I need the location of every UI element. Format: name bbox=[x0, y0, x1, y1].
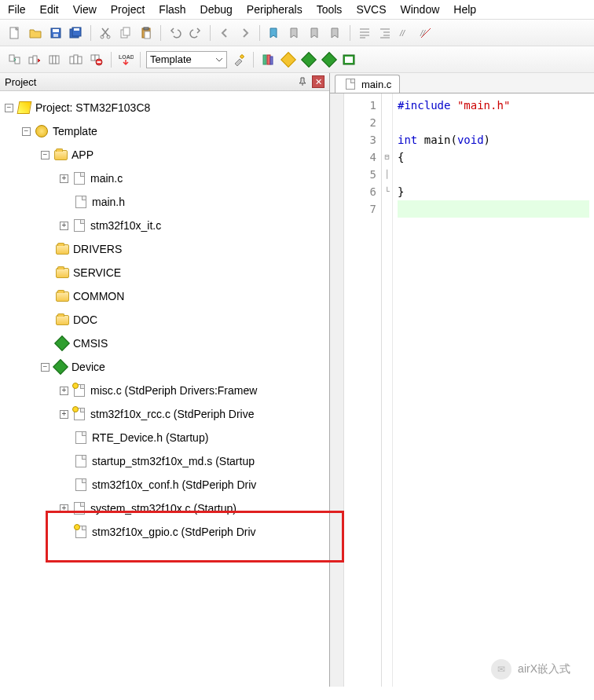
menu-project[interactable]: Project bbox=[111, 3, 145, 16]
build-icon[interactable] bbox=[27, 51, 44, 68]
menu-file[interactable]: File bbox=[8, 3, 26, 16]
tree-folder[interactable]: DRIVERS bbox=[2, 237, 328, 261]
menu-debug[interactable]: Debug bbox=[200, 3, 233, 16]
tree-label: APP bbox=[72, 148, 94, 161]
tree-file[interactable]: stm32f10x_conf.h (StdPeriph Driv bbox=[2, 473, 328, 497]
svg-rect-13 bbox=[145, 31, 150, 38]
select-packs-icon[interactable] bbox=[300, 51, 317, 68]
tree-cmsis[interactable]: CMSIS bbox=[2, 332, 328, 355]
svg-rect-3 bbox=[53, 34, 58, 37]
tree-file[interactable]: + misc.c (StdPeriph Drivers:Framew bbox=[2, 379, 328, 402]
collapse-icon[interactable]: − bbox=[22, 127, 31, 136]
file-key-icon bbox=[74, 526, 88, 538]
rebuild-icon[interactable] bbox=[47, 51, 64, 68]
project-panel: Project ✕ − Project: STM32F103C8 − Templ… bbox=[0, 73, 330, 687]
save-icon[interactable] bbox=[47, 24, 64, 42]
options-icon[interactable] bbox=[230, 51, 248, 68]
code-area[interactable]: #include "main.h" int main(void) { } bbox=[393, 93, 594, 687]
save-all-icon[interactable] bbox=[68, 24, 85, 42]
menu-flash[interactable]: Flash bbox=[159, 3, 185, 16]
tree-file[interactable]: + stm32f10x_rcc.c (StdPeriph Drive bbox=[2, 402, 328, 426]
paste-icon[interactable] bbox=[138, 24, 155, 42]
outdent-icon[interactable] bbox=[376, 24, 394, 42]
menu-peripherals[interactable]: Peripherals bbox=[247, 3, 302, 16]
tree-label: system_stm32f10x.c (Startup) bbox=[90, 502, 236, 515]
tree-file[interactable]: + system_stm32f10x.c (Startup) bbox=[2, 497, 328, 520]
tree-label: SERVICE bbox=[73, 266, 121, 279]
bookmark-icon[interactable] bbox=[266, 24, 283, 42]
target-icon bbox=[35, 125, 49, 137]
redo-icon[interactable] bbox=[187, 24, 204, 42]
svg-rect-33 bbox=[263, 55, 266, 64]
tree-file[interactable]: + main.c bbox=[2, 167, 328, 190]
collapse-icon[interactable]: − bbox=[41, 363, 50, 372]
manage-books-icon[interactable] bbox=[259, 51, 277, 68]
panel-close-button[interactable]: ✕ bbox=[312, 75, 324, 88]
collapse-icon[interactable]: − bbox=[41, 151, 50, 159]
editor-margin bbox=[330, 93, 344, 687]
svg-rect-2 bbox=[53, 29, 59, 32]
tree-label: startup_stm32f10x_md.s (Startup bbox=[92, 455, 255, 467]
editor-tab-main[interactable]: main.c bbox=[335, 75, 400, 93]
expand-icon[interactable]: + bbox=[60, 174, 68, 183]
copy-icon[interactable] bbox=[117, 24, 134, 42]
fold-gutter[interactable]: ⊟ │└ bbox=[382, 93, 393, 687]
cut-icon[interactable] bbox=[97, 24, 114, 42]
tree-project-root[interactable]: − Project: STM32F103C8 bbox=[2, 96, 328, 119]
editor-body[interactable]: 1 2 3 4 5 6 7 ⊟ │└ #include "main.h" int… bbox=[330, 93, 594, 687]
tree-file[interactable]: stm32f10x_gpio.c (StdPeriph Driv bbox=[2, 520, 328, 544]
svg-rect-17 bbox=[9, 55, 14, 61]
panel-title: Project bbox=[5, 76, 36, 88]
uncomment-icon[interactable]: // bbox=[417, 24, 434, 42]
manage-components-icon[interactable] bbox=[280, 51, 297, 68]
tree-file[interactable]: RTE_Device.h (Startup) bbox=[2, 426, 328, 449]
tree-folder[interactable]: COMMON bbox=[2, 284, 328, 308]
bookmark-clear-icon[interactable] bbox=[327, 24, 344, 42]
indent-icon[interactable] bbox=[356, 24, 373, 42]
tree-device[interactable]: − Device bbox=[2, 355, 328, 379]
expand-icon[interactable]: + bbox=[60, 504, 68, 513]
tree-folder-app[interactable]: − APP bbox=[2, 143, 328, 167]
tree-label: stm32f10x_rcc.c (StdPeriph Drive bbox=[90, 408, 255, 420]
tree-file[interactable]: startup_stm32f10x_md.s (Startup bbox=[2, 449, 328, 473]
bookmark-next-icon[interactable] bbox=[306, 24, 324, 42]
collapse-icon[interactable]: − bbox=[5, 104, 13, 112]
stop-build-icon[interactable] bbox=[88, 51, 105, 68]
new-file-icon[interactable] bbox=[6, 24, 24, 42]
menu-help[interactable]: Help bbox=[453, 3, 476, 16]
manage-rte-icon[interactable] bbox=[341, 51, 358, 68]
undo-icon[interactable] bbox=[167, 24, 184, 42]
svg-rect-37 bbox=[345, 57, 353, 63]
svg-rect-35 bbox=[270, 57, 273, 64]
wechat-icon: ✉ bbox=[491, 659, 512, 680]
tree-file[interactable]: main.h bbox=[2, 190, 328, 214]
open-icon[interactable] bbox=[27, 24, 44, 42]
menu-view[interactable]: View bbox=[73, 3, 97, 16]
tree-file[interactable]: + stm32f10x_it.c bbox=[2, 214, 328, 237]
translate-icon[interactable] bbox=[6, 51, 24, 68]
comment-icon[interactable]: // bbox=[397, 24, 414, 42]
menu-edit[interactable]: Edit bbox=[40, 3, 59, 16]
batch-build-icon[interactable] bbox=[68, 51, 85, 68]
svg-rect-23 bbox=[56, 56, 59, 64]
download-icon[interactable]: LOAD bbox=[117, 51, 134, 68]
target-combo[interactable]: Template bbox=[146, 51, 227, 68]
nav-back-icon[interactable] bbox=[216, 24, 233, 42]
tree-target[interactable]: − Template bbox=[2, 119, 328, 143]
menu-tools[interactable]: Tools bbox=[317, 3, 343, 16]
expand-icon[interactable]: + bbox=[60, 387, 68, 395]
pin-icon[interactable] bbox=[296, 75, 309, 88]
menu-svcs[interactable]: SVCS bbox=[356, 3, 386, 16]
expand-icon[interactable]: + bbox=[60, 410, 68, 419]
tree-folder[interactable]: DOC bbox=[2, 308, 328, 332]
nav-forward-icon[interactable] bbox=[236, 24, 254, 42]
expand-icon[interactable]: + bbox=[60, 222, 68, 230]
tree-folder[interactable]: SERVICE bbox=[2, 261, 328, 284]
menu-window[interactable]: Window bbox=[401, 3, 440, 16]
watermark-text: airX嵌入式 bbox=[518, 662, 570, 676]
pack-installer-icon[interactable] bbox=[321, 51, 338, 68]
bookmark-prev-icon[interactable] bbox=[286, 24, 303, 42]
fold-toggle-icon[interactable]: ⊟ bbox=[382, 148, 392, 166]
svg-text:LOAD: LOAD bbox=[119, 54, 134, 60]
svg-rect-27 bbox=[91, 55, 95, 60]
